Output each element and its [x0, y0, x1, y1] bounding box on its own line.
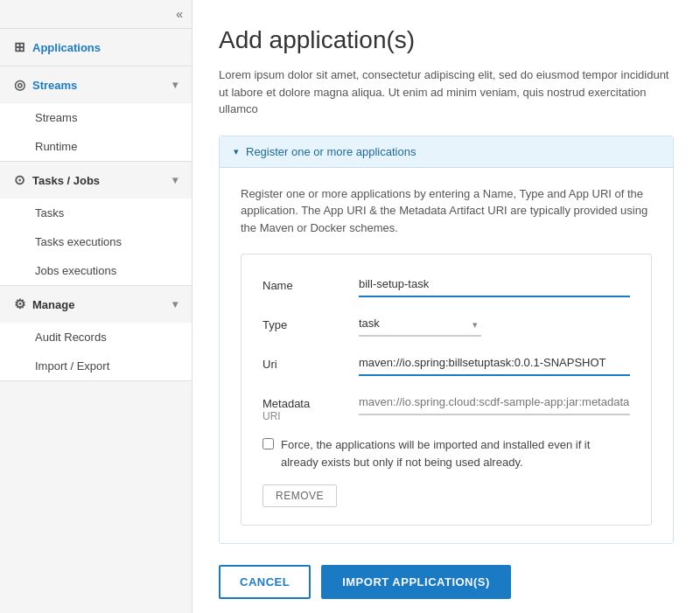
tasks-chevron: ▾ [172, 174, 178, 186]
uri-label: Uri [262, 351, 359, 371]
type-label: Type [262, 311, 359, 331]
form-row-name: Name [262, 272, 630, 297]
metadata-sublabel-text: URI [262, 410, 359, 422]
collapse-icon[interactable]: « [176, 7, 183, 21]
force-checkbox[interactable] [262, 438, 274, 449]
remove-button[interactable]: REMOVE [262, 484, 337, 507]
tasks-icon: ⊙ [14, 172, 25, 188]
force-checkbox-label[interactable]: Force, the applications will be imported… [281, 436, 630, 470]
form-card: Name Type task source processor [241, 254, 652, 526]
manage-icon: ⚙ [14, 296, 25, 312]
manage-chevron: ▾ [172, 298, 178, 310]
applications-icon: ⊞ [14, 39, 25, 55]
sidebar-item-audit-records[interactable]: Audit Records [0, 323, 192, 352]
streams-chevron: ▾ [172, 79, 178, 91]
name-control-wrap [359, 272, 630, 297]
sidebar-section-applications: ⊞ Applications [0, 29, 192, 66]
page-title: Add application(s) [219, 26, 674, 54]
metadata-control-wrap [359, 390, 630, 415]
panel-description: Register one or more applications by ent… [241, 185, 652, 237]
type-select-wrap: task source processor sink app ▾ [359, 311, 481, 337]
import-button[interactable]: IMPORT APPLICATION(S) [321, 565, 511, 599]
bottom-actions: CANCEL IMPORT APPLICATION(S) [219, 565, 674, 599]
sidebar-item-tasks[interactable]: Tasks [0, 199, 192, 227]
sidebar-item-tasks-executions[interactable]: Tasks executions [0, 227, 192, 256]
name-input[interactable] [359, 272, 630, 297]
sidebar-item-runtime[interactable]: Runtime [0, 132, 192, 161]
sidebar-item-import-export[interactable]: Import / Export [0, 352, 192, 380]
metadata-label-text: Metadata [262, 397, 359, 410]
streams-icon: ◎ [14, 77, 25, 93]
sidebar-section-tasks: ⊙ Tasks / Jobs ▾ Tasks Tasks executions … [0, 162, 192, 286]
sidebar-manage-label: Manage [32, 298, 74, 311]
sidebar-applications-label: Applications [32, 41, 101, 54]
name-label: Name [262, 272, 359, 292]
page-description: Lorem ipsum dolor sit amet, consectetur … [219, 66, 674, 118]
register-panel: ▾ Register one or more applications Regi… [219, 136, 674, 545]
form-row-metadata: Metadata URI [262, 390, 630, 422]
sidebar-item-applications[interactable]: ⊞ Applications [0, 29, 192, 66]
uri-input[interactable] [359, 351, 630, 376]
sidebar: « ⊞ Applications ◎ Streams ▾ Streams Run… [0, 0, 192, 613]
metadata-label: Metadata URI [262, 390, 359, 422]
main-content: Add application(s) Lorem ipsum dolor sit… [192, 0, 700, 613]
panel-header-label: Register one or more applications [246, 145, 416, 158]
metadata-input[interactable] [359, 390, 630, 415]
sidebar-streams-label: Streams [32, 79, 77, 92]
cancel-button[interactable]: CANCEL [219, 565, 311, 599]
form-row-type: Type task source processor sink app ▾ [262, 311, 630, 337]
panel-body: Register one or more applications by ent… [220, 168, 673, 544]
panel-header[interactable]: ▾ Register one or more applications [220, 136, 673, 168]
panel-chevron-icon: ▾ [234, 146, 239, 157]
sidebar-section-manage: ⚙ Manage ▾ Audit Records Import / Export [0, 286, 192, 381]
sidebar-tasks-label: Tasks / Jobs [32, 174, 100, 187]
form-row-uri: Uri [262, 351, 630, 376]
tasks-sub-items: Tasks Tasks executions Jobs executions [0, 199, 192, 285]
type-select[interactable]: task source processor sink app [359, 311, 481, 337]
uri-control-wrap [359, 351, 630, 376]
sidebar-item-manage-header[interactable]: ⚙ Manage ▾ [0, 286, 192, 323]
sidebar-top-bar: « [0, 0, 192, 29]
streams-sub-items: Streams Runtime [0, 103, 192, 161]
type-control-wrap: task source processor sink app ▾ [359, 311, 630, 337]
remove-btn-wrap: REMOVE [262, 484, 630, 507]
sidebar-item-tasks-header[interactable]: ⊙ Tasks / Jobs ▾ [0, 162, 192, 199]
force-checkbox-row: Force, the applications will be imported… [262, 436, 630, 470]
sidebar-section-streams: ◎ Streams ▾ Streams Runtime [0, 66, 192, 162]
sidebar-item-jobs-executions[interactable]: Jobs executions [0, 256, 192, 285]
sidebar-item-streams-header[interactable]: ◎ Streams ▾ [0, 66, 192, 103]
manage-sub-items: Audit Records Import / Export [0, 323, 192, 380]
sidebar-item-streams[interactable]: Streams [0, 103, 192, 132]
